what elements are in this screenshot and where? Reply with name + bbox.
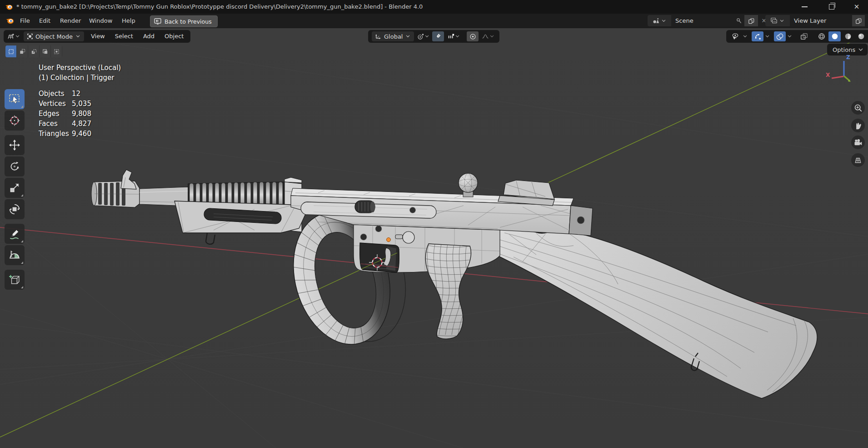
tool-add-cube[interactable] (5, 270, 25, 290)
scale-icon (9, 182, 20, 194)
pivot-point-dropdown[interactable] (416, 31, 431, 41)
orthographic-toggle-button[interactable] (851, 153, 865, 167)
tool-cursor[interactable] (5, 111, 25, 131)
select-mode-subtract[interactable] (28, 45, 40, 57)
pan-button[interactable] (851, 119, 865, 132)
object-origin-dot (387, 238, 391, 242)
menu-view[interactable]: View (86, 30, 110, 43)
show-overlays-toggle[interactable] (774, 31, 786, 41)
charging-handle (355, 201, 375, 213)
view-layer-browse-button[interactable] (765, 15, 790, 26)
tool-scale[interactable] (5, 178, 25, 198)
scene-name[interactable]: Scene (671, 15, 733, 26)
pistol-grip (420, 242, 474, 339)
menu-edit[interactable]: Edit (39, 14, 50, 28)
minimize-button[interactable] (793, 0, 816, 14)
gun-muzzle (91, 170, 140, 207)
blender-app-menu-icon[interactable] (5, 17, 14, 25)
tool-select-box[interactable] (5, 89, 25, 109)
select-subtract-icon (31, 49, 37, 55)
scene-browse-button[interactable] (648, 15, 671, 26)
select-mode-intersect[interactable] (51, 45, 62, 57)
shading-wireframe-button[interactable] (815, 31, 828, 41)
xray-toggle[interactable] (797, 31, 811, 41)
restore-button[interactable] (820, 0, 843, 14)
tool-rotate[interactable] (5, 156, 25, 176)
viewport-info-text: User Perspective (Local) (1) Collection … (39, 63, 121, 83)
bolt-knob (459, 173, 478, 197)
zoom-button[interactable] (851, 101, 865, 115)
view-layer-new-button[interactable] (852, 15, 865, 26)
scene-pin-button[interactable] (733, 15, 744, 26)
select-mode-invert[interactable] (40, 45, 51, 57)
overlays-icon (776, 33, 783, 40)
select-mode-set[interactable] (5, 45, 17, 57)
gizmo-z-label: Z (846, 54, 850, 60)
menu-help[interactable]: Help (122, 14, 135, 28)
shading-material-button[interactable] (842, 31, 854, 41)
scene-canvas (0, 28, 868, 448)
active-collection-label: (1) Collection | Trigger (39, 73, 121, 83)
tool-transform[interactable] (5, 199, 25, 219)
back-screen-icon (154, 18, 161, 25)
menu-object[interactable]: Object (160, 30, 189, 43)
menu-file[interactable]: File (20, 14, 30, 28)
chevron-down-icon (743, 35, 747, 38)
receiver-screw (410, 207, 416, 213)
select-box-icon (9, 93, 20, 105)
editor-type-button[interactable] (5, 31, 22, 41)
shading-rendered-button[interactable] (855, 31, 867, 41)
menu-select[interactable]: Select (110, 30, 138, 43)
tool-move[interactable] (5, 135, 25, 155)
show-object-types-button[interactable] (728, 31, 741, 41)
close-icon: ✕ (854, 3, 860, 11)
proportional-editing-toggle[interactable] (467, 31, 479, 41)
annotate-pen-icon (9, 228, 20, 240)
view-layer-selector: View Layer ✕ (765, 15, 868, 26)
snap-with-dropdown[interactable] (445, 31, 463, 41)
select-set-icon (8, 49, 14, 55)
add-cube-icon (9, 274, 20, 286)
view-layer-remove-button[interactable]: ✕ (865, 15, 868, 26)
proportional-falloff-dropdown[interactable] (479, 31, 497, 41)
viewport-3d[interactable]: Object Mode View Select Add Object Globa… (0, 28, 868, 448)
window-title: * tommy_gun_bake2 [D:\Projects\Temp\Tomm… (16, 0, 423, 14)
mode-label: Object Mode (35, 33, 73, 40)
menu-render[interactable]: Render (60, 14, 81, 28)
cursor-tool-icon (9, 115, 20, 126)
shading-solid-button[interactable] (828, 31, 841, 41)
chevron-down-icon (425, 35, 429, 38)
chevron-down-icon (662, 20, 666, 22)
viewport-header-left: Object Mode View Select Add Object (4, 30, 190, 43)
stat-vertices: Vertices5,035 (39, 99, 91, 109)
select-mode-group (5, 45, 62, 57)
navigation-axis-gizmo[interactable]: Z X (823, 52, 862, 86)
close-button[interactable]: ✕ (845, 0, 868, 14)
chevron-down-icon (490, 35, 494, 38)
show-gizmo-toggle[interactable] (752, 31, 763, 41)
snap-toggle[interactable] (432, 31, 444, 41)
tool-annotate[interactable] (5, 224, 25, 244)
view-layer-name[interactable]: View Layer (790, 15, 852, 26)
magnet-icon (435, 33, 441, 40)
scene-statistics: Objects12 Vertices5,035 Edges9,808 Faces… (39, 89, 91, 139)
chevron-down-icon (15, 35, 20, 38)
mode-dropdown[interactable]: Object Mode (24, 31, 84, 41)
stat-triangles: Triangles9,460 (39, 129, 91, 139)
hand-icon (854, 121, 863, 130)
transform-orientation-dropdown[interactable]: Global (372, 31, 414, 41)
menu-add[interactable]: Add (138, 30, 160, 43)
camera-view-button[interactable] (851, 136, 865, 149)
gizmo-icon (754, 33, 761, 40)
menu-window[interactable]: Window (89, 14, 112, 28)
xray-icon (800, 33, 808, 40)
chevron-down-icon (788, 35, 792, 38)
rendered-sphere-icon (858, 33, 865, 40)
topbar: File Edit Render Window Help Back to Pre… (0, 14, 868, 28)
tool-measure[interactable] (5, 245, 25, 265)
select-mode-extend[interactable] (17, 45, 28, 57)
back-to-previous-button[interactable]: Back to Previous (150, 15, 218, 27)
scene-new-button[interactable] (744, 15, 758, 26)
tommy-gun-model[interactable] (91, 170, 817, 398)
minimize-icon (802, 6, 808, 7)
